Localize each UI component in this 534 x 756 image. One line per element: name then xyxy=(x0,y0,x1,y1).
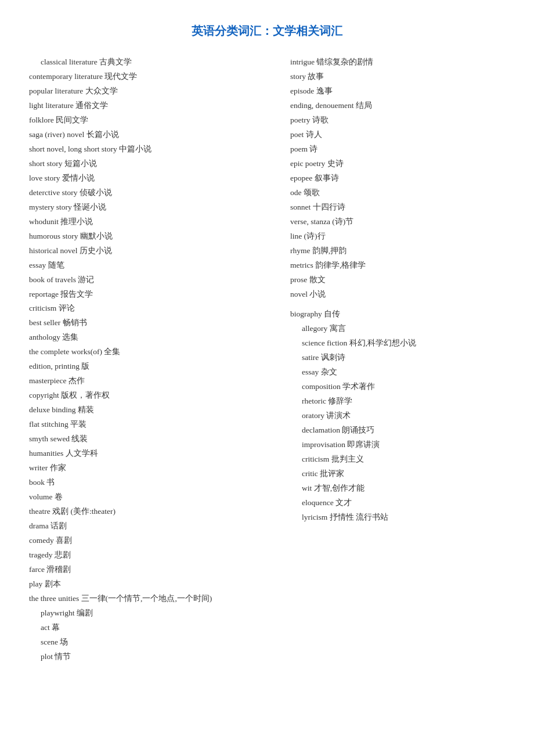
left-vocab-item: folklore 民间文学 xyxy=(29,113,273,128)
right-vocab-item: poetry 诗歌 xyxy=(290,113,505,128)
left-vocab-item: book 书 xyxy=(29,476,273,490)
right-vocab-item: poet 诗人 xyxy=(290,128,505,142)
left-vocab-item: plot 情节 xyxy=(29,650,273,664)
left-vocab-item: essay 随笔 xyxy=(29,258,273,273)
left-vocab-item: historical novel 历史小说 xyxy=(29,244,273,258)
right-vocab-item: improvisation 即席讲演 xyxy=(290,438,505,452)
right-vocab-item: metrics 韵律学,格律学 xyxy=(290,258,505,273)
left-vocab-item: reportage 报告文学 xyxy=(29,287,273,302)
right-vocab-item: criticism 批判主义 xyxy=(290,452,505,467)
right-vocab-item: biography 自传 xyxy=(290,307,505,322)
left-vocab-item: writer 作家 xyxy=(29,461,273,476)
right-vocab-item: eloquence 文才 xyxy=(290,496,505,510)
right-vocab-item: declamation 朗诵技巧 xyxy=(290,423,505,438)
right-vocab-item: epic poetry 史诗 xyxy=(290,157,505,171)
right-column: intrigue 错综复杂的剧情story 故事episode 逸事ending… xyxy=(273,55,505,664)
right-vocab-item: intrigue 错综复杂的剧情 xyxy=(290,55,505,70)
right-vocab-item: verse, stanza (诗)节 xyxy=(290,215,505,229)
left-vocab-item: masterpiece 杰作 xyxy=(29,374,273,388)
left-vocab-item: contemporary literature 现代文学 xyxy=(29,70,273,84)
page-title: 英语分类词汇：文学相关词汇 xyxy=(29,23,505,39)
right-vocab-item: poem 诗 xyxy=(290,142,505,157)
left-vocab-item: whodunit 推理小说 xyxy=(29,215,273,229)
left-vocab-item: play 剧本 xyxy=(29,577,273,592)
left-vocab-item: the complete works(of) 全集 xyxy=(29,345,273,359)
left-vocab-item: love story 爱情小说 xyxy=(29,171,273,186)
left-vocab-item: best seller 畅销书 xyxy=(29,316,273,330)
left-vocab-item: short novel, long short story 中篇小说 xyxy=(29,142,273,157)
right-vocab-item: episode 逸事 xyxy=(290,84,505,99)
left-vocab-item: volume 卷 xyxy=(29,490,273,505)
left-vocab-item: scene 场 xyxy=(29,635,273,650)
right-vocab-item: science fiction 科幻,科学幻想小说 xyxy=(290,336,505,351)
left-vocab-item: the three unities 三一律(一个情节,一个地点,一个时间) xyxy=(29,592,273,606)
right-vocab-item: ode 颂歌 xyxy=(290,186,505,200)
right-vocab-item: essay 杂文 xyxy=(290,365,505,380)
right-vocab-item: prose 散文 xyxy=(290,273,505,287)
left-vocab-item: deterctive story 侦破小说 xyxy=(29,186,273,200)
left-vocab-item: flat stitching 平装 xyxy=(29,417,273,432)
right-vocab-item: rhyme 韵脚,押韵 xyxy=(290,244,505,258)
right-vocab-item: ending, denouement 结局 xyxy=(290,99,505,113)
left-vocab-item: light literature 通俗文学 xyxy=(29,99,273,113)
left-vocab-item: tragedy 悲剧 xyxy=(29,548,273,563)
left-vocab-item: comedy 喜剧 xyxy=(29,534,273,548)
right-vocab-item: lyricism 抒情性 流行书站 xyxy=(290,510,505,525)
right-vocab-item: allegory 寓言 xyxy=(290,322,505,336)
right-vocab-item: rhetoric 修辞学 xyxy=(290,394,505,409)
right-vocab-item: epopee 叙事诗 xyxy=(290,171,505,186)
left-vocab-item: mystery story 怪诞小说 xyxy=(29,200,273,215)
right-vocab-item: sonnet 十四行诗 xyxy=(290,200,505,215)
left-vocab-item: drama 话剧 xyxy=(29,519,273,534)
right-vocab-item: oratory 讲演术 xyxy=(290,409,505,423)
left-vocab-item: copyright 版权，著作权 xyxy=(29,388,273,403)
left-vocab-item: smyth sewed 线装 xyxy=(29,432,273,447)
right-vocab-item: novel 小说 xyxy=(290,287,505,302)
left-vocab-item: deluxe binding 精装 xyxy=(29,403,273,417)
left-vocab-item: saga (river) novel 长篇小说 xyxy=(29,128,273,142)
right-vocab-item: story 故事 xyxy=(290,70,505,84)
left-vocab-item: theatre 戏剧 (美作:theater) xyxy=(29,505,273,519)
content-wrapper: classical literature 古典文学contemporary li… xyxy=(29,55,505,664)
left-vocab-item: short story 短篇小说 xyxy=(29,157,273,171)
left-vocab-item: humanities 人文学科 xyxy=(29,447,273,461)
left-vocab-item: anthology 选集 xyxy=(29,330,273,345)
right-vocab-item: satire 讽刺诗 xyxy=(290,351,505,365)
left-vocab-item: popular literature 大众文学 xyxy=(29,84,273,99)
right-vocab-item: wit 才智,创作才能 xyxy=(290,481,505,496)
left-vocab-item: humorous story 幽默小说 xyxy=(29,229,273,244)
left-vocab-item: criticism 评论 xyxy=(29,301,273,316)
left-vocab-item: classical literature 古典文学 xyxy=(29,55,273,70)
right-vocab-item: line (诗)行 xyxy=(290,229,505,244)
left-vocab-item: playwright 编剧 xyxy=(29,606,273,621)
left-vocab-item: farce 滑稽剧 xyxy=(29,563,273,577)
left-column: classical literature 古典文学contemporary li… xyxy=(29,55,273,664)
left-vocab-item: book of travels 游记 xyxy=(29,273,273,287)
right-vocab-item: composition 学术著作 xyxy=(290,380,505,394)
right-vocab-item: critic 批评家 xyxy=(290,467,505,481)
left-vocab-item: edition, printing 版 xyxy=(29,359,273,374)
left-vocab-item: act 幕 xyxy=(29,621,273,635)
